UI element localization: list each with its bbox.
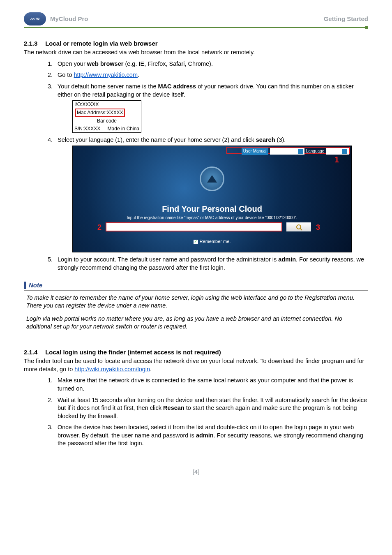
callout-3: 3 xyxy=(316,222,320,232)
sticker-sn: S/N:XXXXX xyxy=(74,125,100,132)
section-title: Getting Started xyxy=(324,15,368,23)
note-bar-icon xyxy=(24,282,26,289)
doc-title: MyCloud Pro xyxy=(50,15,88,23)
wiki-login-link[interactable]: http://wiki.myakitio.com/login xyxy=(74,366,150,372)
note-para-1: To make it easier to remember the name o… xyxy=(26,294,366,310)
header-left: MyCloud Pro xyxy=(24,12,88,25)
language-label: Language xyxy=(306,148,325,154)
section-number: 2.1.4 xyxy=(24,348,44,356)
search-button[interactable] xyxy=(286,222,311,231)
sticker-mac-row: Mac Address:XXXXX xyxy=(73,108,141,117)
remember-row: ✓Remember me. xyxy=(73,238,351,245)
section-intro: The finder tool can be used to locate an… xyxy=(24,357,368,373)
section-heading: 2.1.3 Local or remote login via web brow… xyxy=(24,39,368,48)
manual-select[interactable]: Please Select xyxy=(270,148,304,155)
myakitio-link[interactable]: http://www.myakitio.com xyxy=(74,72,138,78)
remember-checkbox[interactable]: ✓ xyxy=(194,240,198,244)
portal-heading: Find Your Personal Cloud xyxy=(73,204,351,215)
step-2: Wait at least 15 seconds after turning o… xyxy=(54,396,368,421)
section-heading: 2.1.4 Local login using the finder (inte… xyxy=(24,348,368,356)
section-number: 2.1.3 xyxy=(24,39,44,48)
dropdown-icon xyxy=(342,149,347,154)
sticker-sn-row: S/N:XXXXX Made in China xyxy=(73,125,141,132)
sticker-made: Made in China xyxy=(108,125,139,132)
step-5: Login to your account. The default user … xyxy=(54,256,368,272)
section-heading-text: Local login using the finder (internet a… xyxy=(45,349,221,356)
steps-list: Open your web browser (e.g. IE, Firefox,… xyxy=(54,60,368,272)
section-214: 2.1.4 Local login using the finder (inte… xyxy=(24,348,368,448)
brand-logo-icon xyxy=(24,12,46,25)
dropdown-icon xyxy=(298,149,303,154)
remember-label: Remember me. xyxy=(200,239,231,244)
step-2: Go to http://www.myakitio.com. xyxy=(54,71,368,79)
header-rule xyxy=(24,27,368,28)
sticker-barcode: Bar code xyxy=(73,117,141,125)
sticker-mac-highlight: Mac Address:XXXXX xyxy=(75,109,125,117)
callout-1: 1 xyxy=(334,154,339,165)
step-4: Select your language (1), enter the name… xyxy=(54,136,368,253)
portal-screenshot: User Manual Please Select Language Engli… xyxy=(72,146,352,252)
user-manual-link[interactable]: User Manual xyxy=(242,148,268,155)
portal-subheading: Input the registration name like "mynas"… xyxy=(73,215,351,221)
portal-logo-icon xyxy=(200,166,224,191)
section-heading-text: Local or remote login via web browser xyxy=(45,40,157,47)
page-header: MyCloud Pro Getting Started xyxy=(24,12,368,25)
device-sticker: I/O:XXXXX Mac Address:XXXXX Bar code S/N… xyxy=(72,100,141,133)
search-icon xyxy=(296,224,301,229)
steps-list: Make sure that the network drive is conn… xyxy=(54,377,368,448)
sticker-io: I/O:XXXXX xyxy=(73,101,141,108)
section-213: 2.1.3 Local or remote login via web brow… xyxy=(24,39,368,272)
language-select[interactable]: English xyxy=(326,148,349,155)
callout-2: 2 xyxy=(97,222,101,232)
step-3: Your default home server name is the MAC… xyxy=(54,83,368,133)
note-para-2: Login via web portal works no matter whe… xyxy=(26,315,366,331)
portal-topbar: User Manual Please Select Language Engli… xyxy=(242,148,349,155)
page-number: [4] xyxy=(24,468,368,476)
step-1: Open your web browser (e.g. IE, Firefox,… xyxy=(54,60,368,68)
step-1: Make sure that the network drive is conn… xyxy=(54,377,368,393)
section-intro: The network drive can be accessed via we… xyxy=(24,49,368,57)
note-block: Note To make it easier to remember the n… xyxy=(24,281,368,331)
note-header: Note xyxy=(24,281,368,291)
server-name-input[interactable] xyxy=(106,222,282,231)
step-3: Once the device has been located, select… xyxy=(54,423,368,448)
note-label: Note xyxy=(29,282,42,289)
